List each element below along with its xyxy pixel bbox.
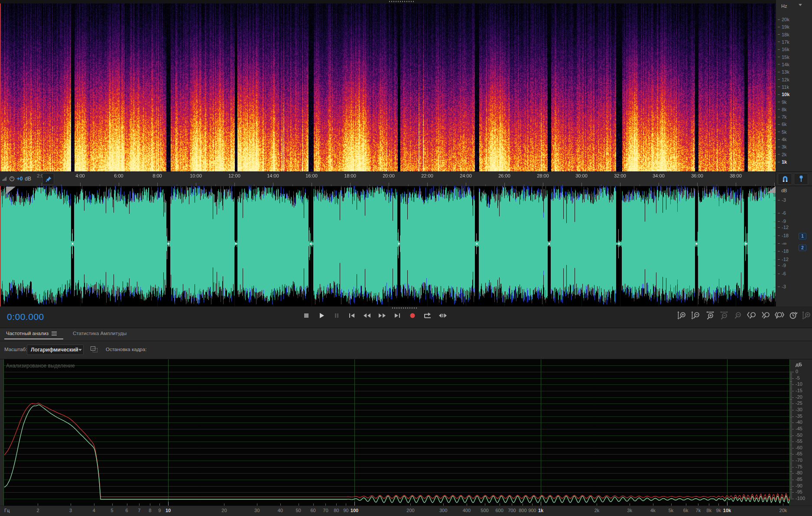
chart-y-tick: -75 (796, 464, 802, 469)
spectrogram-view[interactable] (0, 0, 776, 171)
frequency-analysis-chart[interactable]: Анализированое выделение дБ 0-5-10-15-20… (0, 359, 812, 506)
tab-amplitude-statistics[interactable]: Статистика Амплитуды (73, 331, 127, 336)
level-meter-icon[interactable] (2, 175, 7, 182)
timeline-label: 6:00 (114, 173, 123, 178)
tab-frequency-analysis[interactable]: Частотный анализ (6, 331, 57, 336)
gauge-knob-icon[interactable] (9, 174, 15, 183)
chart-y-tick: -50 (796, 432, 802, 438)
zoom-reset-button[interactable] (732, 311, 744, 320)
panel-drag-handle-transport[interactable] (392, 307, 417, 309)
amplitude-tick: -12 (778, 225, 789, 230)
chart-x-tick: 2k (594, 508, 600, 513)
frequency-tick: 3k (778, 144, 787, 149)
chart-x-tick: 700 (508, 508, 516, 513)
chart-x-tick: 60 (310, 508, 315, 513)
chart-y-tick: 0 (796, 369, 798, 374)
skip-to-end-button[interactable] (392, 311, 403, 320)
analysis-tabs: Частотный анализ Статистика Амплитуды (0, 328, 812, 341)
zoom-in-horizontal-button[interactable] (705, 311, 716, 320)
zoom-vertical-full-button[interactable] (802, 311, 812, 320)
panel-drag-handle-top[interactable] (389, 1, 414, 2)
frequency-axis-unit: Hz (781, 3, 787, 9)
amplitude-tick: -9 (778, 219, 786, 224)
amplitude-tick: -18 (778, 233, 789, 238)
frequency-tick: 20k (778, 17, 789, 22)
fast-forward-button[interactable] (377, 311, 388, 320)
play-button[interactable] (316, 311, 327, 320)
chart-y-tick: -55 (796, 439, 802, 444)
chart-y-tick: -25 (796, 400, 802, 406)
zoom-tool-buttons (677, 311, 812, 320)
chart-x-axis-unit: Гц (4, 508, 10, 513)
chart-x-tick: 30 (254, 508, 260, 513)
chart-x-tick: 5k (669, 508, 674, 513)
copy-graph-button[interactable] (91, 346, 98, 353)
frequency-tick: 19k (778, 24, 789, 29)
chart-x-tick: 8k (707, 508, 712, 513)
record-icon (407, 312, 418, 319)
chart-x-tick: 2 (36, 508, 39, 513)
loop-playback-button[interactable] (422, 311, 433, 320)
zoom-to-in-point-button[interactable] (746, 311, 757, 320)
chart-x-tick: 70 (323, 508, 328, 513)
amplitude-tick: -3 (778, 284, 786, 289)
zoom-in-vertical-button[interactable] (677, 311, 688, 320)
chart-x-tick: 7k (696, 508, 701, 513)
chart-x-tick: 90 (343, 508, 348, 513)
zoom-out-horizontal-button[interactable] (718, 311, 730, 320)
frequency-chart-canvas[interactable] (0, 359, 812, 506)
channel-badge[interactable]: 2 (799, 245, 806, 251)
frequency-tick: 7k (778, 114, 787, 119)
pause-button[interactable] (331, 311, 342, 320)
frequency-tick: 4k (778, 137, 787, 142)
spectrogram-frequency-axis: Hz 20k19k18k17k16k15k14k13k12k11k10k9k8k… (776, 0, 812, 171)
spectrogram-canvas[interactable] (0, 0, 776, 171)
chart-x-tick: 40 (278, 508, 283, 513)
channel-badge[interactable]: 1 (799, 233, 806, 239)
timeline-label: 30:00 (575, 173, 588, 178)
axis-menu-caret-icon[interactable] (799, 4, 802, 6)
scale-dropdown[interactable]: Логарифмический (27, 345, 84, 355)
playhead-timer-button[interactable] (788, 311, 799, 320)
zoom-to-out-point-button[interactable] (760, 311, 771, 320)
timeline-ruler[interactable]: 2:00 4:006:008:0010:0012:0014:0016:0018:… (0, 171, 776, 186)
timeline-label: 32:00 (614, 173, 626, 178)
tab-menu-icon[interactable] (52, 332, 57, 335)
playhead-timer-icon (788, 311, 799, 320)
level-value: +0 (17, 176, 23, 182)
analysis-controls: Масштаб: Логарифмический Остановка кадра… (0, 341, 812, 359)
chart-y-tick: -30 (796, 407, 802, 412)
marker-pin-button[interactable] (794, 173, 808, 185)
timeline-label: 36:00 (691, 173, 703, 178)
frequency-tick: 2k (778, 152, 787, 157)
waveform-canvas[interactable] (0, 186, 776, 306)
rewind-button[interactable] (361, 311, 373, 320)
waveform-view[interactable] (0, 186, 776, 306)
timeline-label: 24:00 (460, 173, 472, 178)
playhead-time-display[interactable]: 0:00.000 (7, 312, 44, 322)
skip-to-start-button[interactable] (346, 311, 357, 320)
chevron-down-icon (78, 349, 82, 351)
frequency-tick: 10k (778, 92, 789, 97)
zoom-out-vertical-button[interactable] (691, 311, 702, 320)
snap-magnet-button[interactable] (778, 173, 792, 185)
chart-y-tick: -85 (796, 477, 802, 482)
frequency-tick: 13k (778, 69, 789, 74)
frequency-tick: 12k (778, 77, 789, 82)
loop-playback-icon (422, 312, 433, 319)
timeline-label: 18:00 (344, 173, 356, 178)
zoom-to-selection-button[interactable] (774, 311, 785, 320)
timeline-label: 20:00 (383, 173, 395, 178)
chart-y-tick: -100 (796, 496, 805, 501)
record-button[interactable] (407, 311, 418, 320)
chart-x-tick: 7 (138, 508, 140, 513)
zoom-to-in-point-icon (747, 311, 757, 320)
skip-selection-button[interactable] (437, 311, 448, 320)
chart-y-tick: -60 (796, 445, 802, 450)
transport-bar: 0:00.000 (0, 306, 812, 328)
frequency-tick: 1k (778, 159, 787, 164)
pin-playhead-button[interactable] (42, 173, 54, 185)
stop-button[interactable] (301, 311, 312, 320)
chart-x-tick: 900 (528, 508, 536, 513)
pushpin-icon (45, 176, 52, 183)
